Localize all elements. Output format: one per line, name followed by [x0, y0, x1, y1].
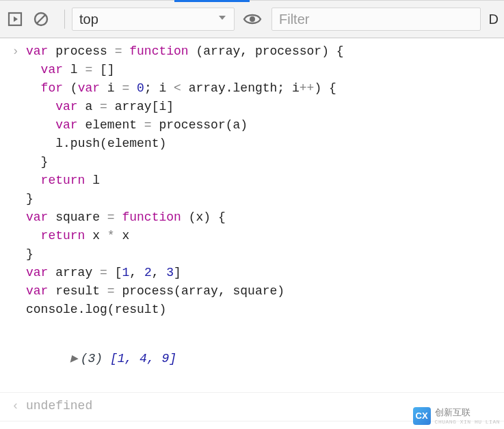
code-token: x — [122, 229, 129, 243]
code-token: = — [85, 63, 100, 77]
code-token: ( — [107, 303, 115, 316]
code-token: for — [41, 81, 70, 95]
code-token: * — [107, 229, 122, 243]
svg-marker-1 — [14, 16, 18, 22]
code-token: l — [55, 137, 63, 150]
code-token: l — [92, 174, 100, 187]
array-length: (3) — [81, 352, 103, 365]
code-token: square — [233, 284, 278, 298]
prompt-input[interactable] — [26, 426, 504, 429]
code-token: var — [55, 100, 85, 113]
code-token: a — [233, 118, 241, 132]
code-token: var — [26, 284, 55, 298]
code-token: var — [26, 266, 55, 279]
code-token: console — [26, 303, 78, 316]
code-token: ) { — [203, 210, 225, 224]
code-token: 0 — [137, 81, 144, 95]
code-token: i — [159, 81, 174, 95]
code-token: } — [26, 192, 34, 206]
chevron-down-icon — [217, 12, 227, 26]
code-token: 3 — [166, 266, 174, 279]
code-token: . — [226, 81, 233, 95]
code-token: ( — [100, 137, 107, 150]
log-gutter — [0, 331, 26, 387]
svg-line-3 — [37, 15, 45, 23]
code-token — [26, 137, 55, 150]
code-token: return — [41, 174, 93, 187]
console-toolbar: top D — [0, 0, 504, 38]
log-output: ▶(3) [1, 4, 9] — [26, 331, 504, 387]
code-token: l — [70, 63, 85, 77]
return-indicator-icon: ‹︎ — [0, 397, 26, 415]
prompt-icon: › — [0, 426, 26, 429]
code-token: array — [115, 100, 152, 113]
code-token: ) — [159, 137, 167, 150]
code-token: process — [122, 284, 174, 298]
code-token — [26, 100, 55, 113]
code-token: = — [144, 118, 159, 132]
code-token: ) — [277, 284, 284, 298]
log-output-row[interactable]: ▶(3) [1, 4, 9] — [0, 324, 504, 393]
code-token: i — [159, 100, 166, 113]
filter-input[interactable] — [271, 8, 481, 31]
execute-icon[interactable] — [5, 10, 25, 29]
code-token: ( — [174, 284, 181, 298]
code-token: ) — [240, 118, 248, 132]
code-token: var — [55, 118, 85, 132]
code-token: ( — [226, 118, 233, 132]
active-tab-indicator — [174, 0, 250, 2]
code-token: ( — [189, 210, 196, 224]
code-token: function — [122, 210, 188, 224]
code-token: array — [203, 44, 240, 58]
code-block[interactable]: var process = function (array, processor… — [26, 42, 504, 319]
code-token: var — [78, 81, 107, 95]
code-token: < — [174, 81, 189, 95]
array-values: [1, 4, 9] — [110, 352, 176, 365]
code-token: } — [41, 155, 49, 169]
live-expression-icon[interactable] — [243, 10, 262, 29]
code-token: 1 — [122, 266, 129, 279]
code-token: element — [107, 137, 159, 150]
input-prompt-icon: › — [0, 42, 26, 319]
watermark: CX 创新互联 CHUANG XIN HU LIAN — [413, 406, 500, 425]
code-token — [26, 174, 41, 187]
code-token: ] — [174, 266, 181, 279]
code-token: i — [292, 81, 300, 95]
code-token: 2 — [144, 266, 152, 279]
context-selector-label: top — [79, 12, 98, 27]
code-token: square — [55, 210, 107, 224]
code-token: = — [107, 210, 122, 224]
code-token: var — [26, 210, 55, 224]
code-token: = — [122, 81, 137, 95]
code-token — [26, 63, 41, 77]
code-token: ) { — [321, 44, 343, 58]
truncated-label: D — [489, 12, 499, 27]
code-token: ( — [70, 81, 78, 95]
code-token: result — [115, 303, 159, 316]
code-token: , — [152, 266, 167, 279]
code-token: ; — [144, 81, 159, 95]
code-token — [26, 81, 41, 95]
code-token: = — [100, 266, 115, 279]
console-body: › var process = function (array, process… — [0, 38, 504, 429]
code-token: x — [196, 210, 203, 224]
code-token: x — [92, 229, 107, 243]
code-token: a — [85, 100, 100, 113]
clear-console-icon[interactable] — [31, 10, 51, 29]
context-selector[interactable]: top — [72, 8, 235, 31]
code-token: log — [85, 303, 107, 316]
code-token: . — [63, 137, 70, 150]
code-token: push — [70, 137, 100, 150]
code-token: var — [41, 63, 70, 77]
code-token: , — [240, 44, 255, 58]
expand-triangle-icon[interactable]: ▶ — [70, 352, 78, 365]
input-row: › var process = function (array, process… — [0, 38, 504, 324]
code-token: . — [78, 303, 85, 316]
code-token: processor — [159, 118, 225, 132]
code-token: i — [107, 81, 122, 95]
code-token: [ — [115, 266, 122, 279]
code-token — [26, 118, 55, 132]
code-token — [26, 155, 41, 169]
code-token: = — [107, 284, 122, 298]
code-token — [26, 229, 41, 243]
